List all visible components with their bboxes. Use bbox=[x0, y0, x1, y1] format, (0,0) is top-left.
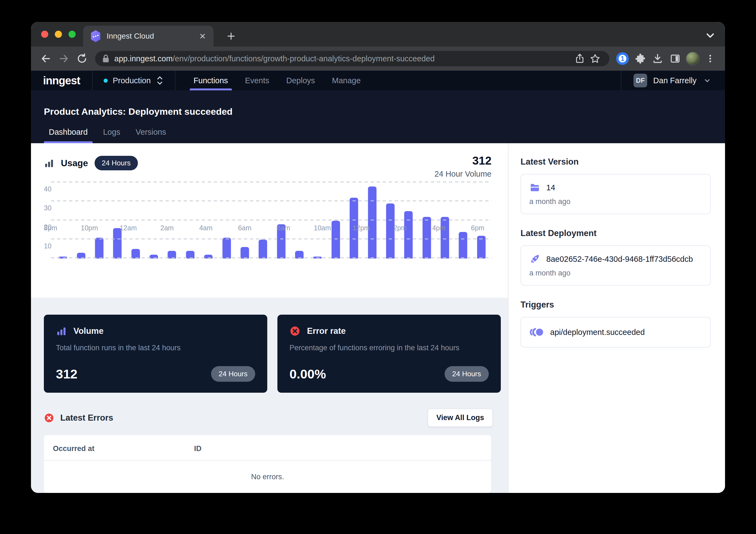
gridline bbox=[51, 239, 492, 239]
x-axis-label: 10pm bbox=[80, 224, 99, 232]
x-axis-label bbox=[138, 224, 157, 232]
main-column: Usage 24 Hours 312 24 Hour Volume 102030… bbox=[31, 143, 508, 493]
gridline bbox=[51, 200, 492, 201]
tab-logs[interactable]: Logs bbox=[98, 128, 125, 143]
error-x-icon bbox=[44, 413, 54, 423]
chart-bar-2pm bbox=[381, 182, 399, 258]
chart-bar-2am bbox=[163, 182, 181, 258]
environment-selector[interactable]: Production bbox=[93, 71, 175, 90]
bookmark-star-icon[interactable] bbox=[587, 51, 603, 66]
inngest-logo[interactable]: inngest bbox=[31, 71, 92, 90]
version-number: 14 bbox=[546, 183, 555, 192]
x-axis-label: 6am bbox=[235, 224, 255, 232]
download-icon[interactable] bbox=[650, 51, 665, 66]
chart-bar-1am bbox=[145, 182, 163, 258]
latest-deployment-card[interactable]: 8ae02652-746e-430d-9468-1ff73d56cdcb a m… bbox=[521, 245, 711, 286]
fullscreen-window-button[interactable] bbox=[68, 31, 76, 38]
card-value: 0.00% bbox=[289, 367, 326, 381]
x-axis-label bbox=[410, 224, 429, 232]
chart-x-axis-labels: 8pm10pm12am2am4am6am8am10am12pm2pm4pm6pm bbox=[41, 224, 507, 232]
bar-chart-icon bbox=[56, 326, 67, 337]
side-panel-icon[interactable] bbox=[667, 51, 683, 66]
chart-bar-8pm bbox=[54, 182, 72, 258]
chevron-down-icon bbox=[703, 76, 712, 85]
chart-bar-6pm bbox=[454, 182, 472, 258]
chart-bar-10am bbox=[309, 182, 326, 258]
chart-bar-12am bbox=[127, 182, 145, 258]
version-time: a month ago bbox=[529, 197, 702, 206]
nav-item-manage[interactable]: Manage bbox=[325, 71, 368, 90]
column-id: ID bbox=[194, 445, 202, 453]
tab-search-chevron-icon[interactable] bbox=[704, 29, 716, 41]
close-window-button[interactable] bbox=[41, 31, 48, 38]
url-bar[interactable]: app.inngest.com/env/production/functions… bbox=[95, 51, 609, 66]
nav-item-functions[interactable]: Functions bbox=[186, 71, 235, 90]
view-all-logs-button[interactable]: View All Logs bbox=[428, 409, 493, 427]
gridline bbox=[51, 182, 492, 182]
page-title: Product Analytics: Deployment succeeded bbox=[44, 106, 712, 117]
url-text[interactable]: app.inngest.com/env/production/functions… bbox=[114, 54, 572, 63]
rocket-icon bbox=[529, 254, 540, 265]
new-tab-button[interactable] bbox=[223, 28, 239, 44]
sort-chevrons-icon bbox=[156, 75, 164, 86]
extensions-puzzle-icon[interactable] bbox=[633, 51, 648, 66]
share-icon[interactable] bbox=[572, 51, 587, 66]
y-axis-label: 30 bbox=[44, 204, 52, 212]
column-occurred-at: Occurred at bbox=[53, 445, 194, 453]
browser-tab[interactable]: Inngest Cloud bbox=[83, 26, 214, 46]
volume-total: 312 bbox=[434, 154, 492, 167]
x-axis-label: 4pm bbox=[429, 224, 449, 232]
trigger-card[interactable]: api/deployment.succeeded bbox=[521, 317, 711, 347]
tab-dashboard[interactable]: Dashboard bbox=[44, 128, 93, 143]
browser-menu-icon[interactable] bbox=[703, 51, 718, 66]
user-name: Dan Farrelly bbox=[653, 76, 696, 85]
lock-icon[interactable] bbox=[102, 54, 110, 63]
tab-title: Inngest Cloud bbox=[107, 32, 193, 40]
reload-icon[interactable] bbox=[74, 51, 90, 66]
chart-bar-10pm bbox=[90, 182, 108, 258]
forward-icon[interactable] bbox=[56, 51, 71, 66]
chart-bar-9am bbox=[290, 182, 309, 258]
chart-bar-1pm bbox=[363, 182, 381, 258]
chart-bar-12pm bbox=[345, 182, 363, 258]
deployment-id: 8ae02652-746e-430d-9468-1ff73d56cdcb bbox=[546, 255, 693, 264]
chart-bar-11pm bbox=[108, 182, 126, 258]
tab-versions[interactable]: Versions bbox=[131, 128, 171, 143]
profile-avatar[interactable] bbox=[685, 51, 700, 66]
card-title: Volume bbox=[73, 326, 104, 336]
extension-icons: 1 bbox=[615, 51, 718, 66]
x-axis-label bbox=[487, 224, 507, 232]
url-path: /env/production/functions/growth-product… bbox=[173, 54, 435, 63]
folder-icon bbox=[529, 182, 540, 193]
close-tab-icon[interactable] bbox=[199, 32, 206, 40]
nav-item-deploys[interactable]: Deploys bbox=[279, 71, 322, 90]
x-axis-label bbox=[60, 224, 80, 232]
minimize-window-button[interactable] bbox=[55, 31, 62, 38]
x-axis-label: 8am bbox=[274, 224, 293, 232]
nav-item-events[interactable]: Events bbox=[238, 71, 277, 90]
triggers-heading: Triggers bbox=[521, 300, 711, 310]
x-axis-label: 12am bbox=[119, 224, 138, 232]
chart-bar-5am bbox=[217, 182, 235, 258]
card-description: Total function runs in the last 24 hours bbox=[56, 344, 255, 352]
usage-range-badge[interactable]: 24 Hours bbox=[94, 156, 138, 170]
error-x-icon bbox=[289, 326, 300, 337]
chart-bar-7am bbox=[254, 182, 272, 258]
inngest-favicon bbox=[90, 30, 101, 42]
browser-toolbar: app.inngest.com/env/production/functions… bbox=[31, 46, 725, 71]
user-menu[interactable]: DF Dan Farrelly bbox=[621, 71, 725, 90]
x-axis-label bbox=[371, 224, 390, 232]
usage-title: Usage bbox=[61, 158, 88, 168]
function-header: Product Analytics: Deployment succeeded … bbox=[31, 90, 725, 143]
back-icon[interactable] bbox=[38, 51, 53, 66]
x-axis-label: 12pm bbox=[351, 224, 371, 232]
latest-version-card[interactable]: 14 a month ago bbox=[521, 174, 711, 214]
x-axis-label: 10am bbox=[313, 224, 332, 232]
nav-items: Functions Events Deploys Manage bbox=[176, 71, 368, 90]
x-axis-label: 2pm bbox=[390, 224, 410, 232]
chart-bar-4am bbox=[199, 182, 217, 258]
onepassword-icon[interactable]: 1 bbox=[615, 51, 630, 66]
x-axis-label bbox=[177, 224, 196, 232]
env-label: Production bbox=[113, 76, 151, 85]
chart-bar-3pm bbox=[399, 182, 418, 258]
